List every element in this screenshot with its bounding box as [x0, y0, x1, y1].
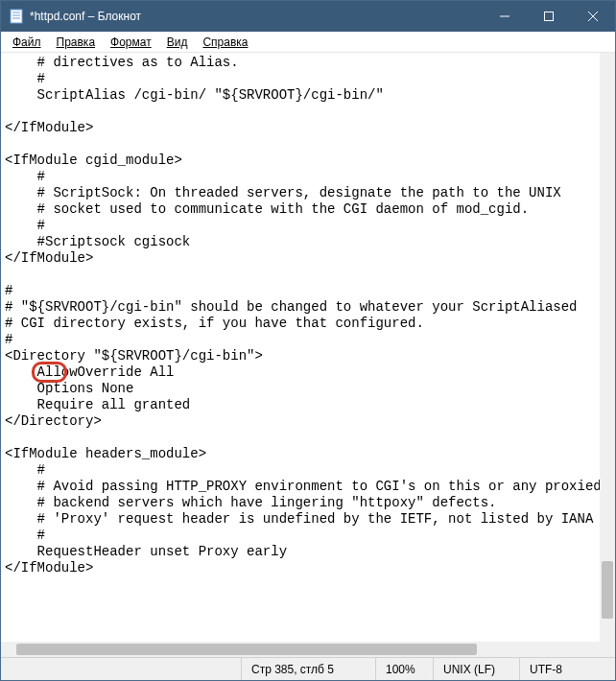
status-line-ending: UNIX (LF) — [433, 658, 519, 680]
menu-edit[interactable]: Правка — [49, 34, 104, 51]
titlebar: *httpd.conf – Блокнот — [1, 1, 615, 32]
window-controls — [483, 1, 615, 32]
horizontal-scrollbar-thumb[interactable] — [16, 644, 477, 655]
menu-view[interactable]: Вид — [159, 34, 196, 51]
menu-file[interactable]: Файл — [5, 34, 49, 51]
close-button[interactable] — [571, 1, 615, 32]
statusbar: Стр 385, стлб 5 100% UNIX (LF) UTF-8 — [1, 657, 615, 680]
menu-format[interactable]: Формат — [103, 34, 159, 51]
svg-rect-5 — [545, 12, 554, 21]
minimize-button[interactable] — [483, 1, 527, 32]
vertical-scrollbar-thumb[interactable] — [602, 561, 613, 619]
text-editor[interactable]: # directives as to Alias. # ScriptAlias … — [1, 53, 600, 642]
status-spacer — [1, 658, 241, 680]
scrollbar-corner — [600, 642, 615, 657]
horizontal-scrollbar[interactable] — [1, 642, 600, 657]
status-encoding: UTF-8 — [519, 658, 615, 680]
status-cursor-position: Стр 385, стлб 5 — [241, 658, 375, 680]
status-zoom[interactable]: 100% — [375, 658, 433, 680]
menu-help[interactable]: Справка — [195, 34, 255, 51]
vertical-scrollbar[interactable] — [600, 53, 615, 642]
window-title: *httpd.conf – Блокнот — [30, 10, 483, 23]
notepad-icon — [9, 9, 24, 24]
menubar: Файл Правка Формат Вид Справка — [1, 32, 615, 53]
maximize-button[interactable] — [527, 1, 571, 32]
editor-area: # directives as to Alias. # ScriptAlias … — [1, 53, 615, 657]
svg-rect-0 — [11, 10, 22, 23]
